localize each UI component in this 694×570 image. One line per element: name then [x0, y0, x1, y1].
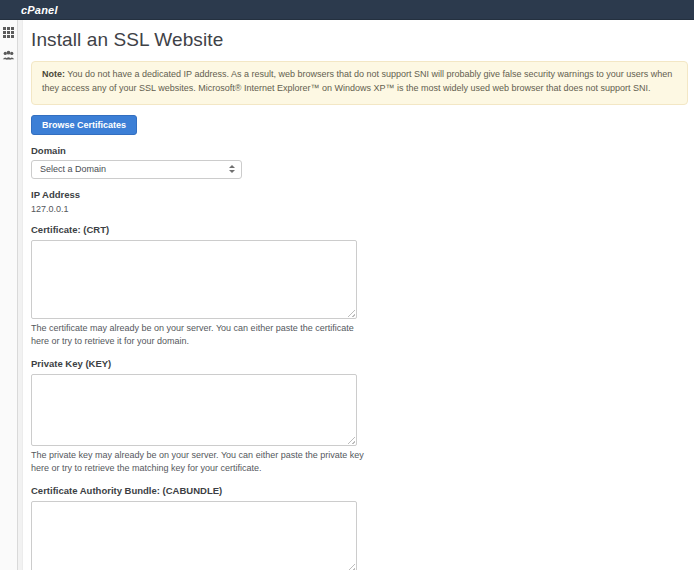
ip-address-value: 127.0.0.1	[31, 204, 688, 214]
note-text: You do not have a dedicated IP address. …	[42, 69, 672, 93]
ip-address-label: IP Address	[31, 189, 688, 200]
sidebar	[0, 20, 18, 570]
main-content: Install an SSL Website Note: You do not …	[22, 20, 694, 570]
top-navbar: cPanel	[0, 0, 694, 20]
page-title: Install an SSL Website	[31, 29, 688, 51]
browse-certificates-button[interactable]: Browse Certificates	[31, 115, 137, 135]
grid-icon[interactable]	[3, 27, 14, 38]
user-group-icon[interactable]	[2, 50, 15, 61]
cpanel-logo[interactable]: cPanel	[21, 4, 58, 16]
certificate-label: Certificate: (CRT)	[31, 224, 688, 235]
domain-select-value: Select a Domain	[40, 164, 106, 174]
domain-select[interactable]: Select a Domain	[31, 160, 242, 179]
domain-label: Domain	[31, 145, 688, 156]
private-key-label: Private Key (KEY)	[31, 358, 688, 369]
note-label: Note:	[42, 69, 65, 79]
stepper-icon	[229, 165, 235, 173]
ca-bundle-textarea[interactable]	[31, 501, 357, 570]
certificate-help: The certificate may already be on your s…	[31, 322, 365, 348]
note-alert: Note: You do not have a dedicated IP add…	[31, 61, 688, 105]
ca-bundle-label: Certificate Authority Bundle: (CABUNDLE)	[31, 485, 688, 496]
certificate-textarea[interactable]	[31, 240, 357, 319]
private-key-textarea[interactable]	[31, 374, 357, 446]
private-key-help: The private key may already be on your s…	[31, 449, 365, 475]
